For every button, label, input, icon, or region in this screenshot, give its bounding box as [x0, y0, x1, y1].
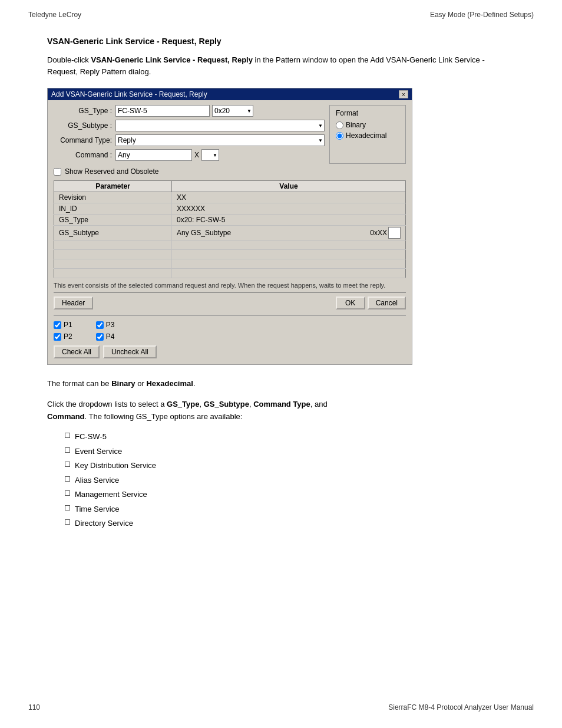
bullet-item-5: Time Service: [65, 503, 515, 515]
header-button-wrapper: Header: [54, 297, 93, 309]
binary-radio[interactable]: [336, 121, 343, 129]
hexadecimal-radio-row: Hexadecimal: [336, 131, 399, 140]
bullet-text-2: Key Distribution Service: [75, 460, 156, 472]
dialog-close-button[interactable]: ×: [399, 90, 408, 98]
section-title: VSAN-Generic Link Service - Request, Rep…: [47, 37, 515, 46]
value-cell-0: XX: [172, 192, 406, 203]
page-header: Teledyne LeCroy Easy Mode (Pre-Defined S…: [0, 0, 562, 19]
port-p3-checkbox[interactable]: [96, 321, 104, 329]
empty-row: [54, 250, 406, 259]
check-all-button[interactable]: Check All: [54, 345, 100, 358]
value-cell-2: 0x20: FC-SW-5: [172, 215, 406, 226]
param-col-header: Parameter: [54, 181, 172, 192]
ok-button[interactable]: OK: [336, 297, 365, 309]
footer-page-number: 110: [28, 703, 40, 711]
command-select-wrapper: [201, 149, 219, 161]
port-p1-checkbox[interactable]: [54, 321, 61, 329]
page-footer: 110 SierraFC M8-4 Protocol Analyzer User…: [0, 697, 562, 717]
command-input: X: [115, 149, 325, 161]
binary-label: Binary: [346, 121, 366, 129]
value-cell-1: XXXXXX: [172, 203, 406, 215]
gs-subtype-select[interactable]: [115, 120, 325, 131]
dialog-ports: P1 P3 P2 P4: [54, 315, 406, 358]
dialog-titlebar: Add VSAN-Generic Link Service - Request,…: [48, 88, 412, 100]
bullet-text-6: Directory Service: [75, 518, 133, 529]
footer-product-name: SierraFC M8-4 Protocol Analyzer User Man…: [388, 703, 534, 711]
command-type-select[interactable]: Reply: [115, 134, 325, 146]
command-label: Command :: [54, 151, 115, 159]
bullet-item-1: Event Service: [65, 446, 515, 457]
empty-row: [54, 269, 406, 278]
bullet-icon-3: [65, 476, 70, 482]
uncheck-all-button[interactable]: Uncheck All: [103, 345, 157, 358]
hexadecimal-radio[interactable]: [336, 132, 343, 140]
bullet-text-5: Time Service: [75, 503, 119, 515]
format-box: Format Binary Hexadecimal: [329, 105, 406, 164]
bullet-icon-2: [65, 462, 70, 467]
gs-type-label: GS_Type :: [54, 107, 115, 115]
gs-type-hex-select-wrapper: 0x20: [212, 105, 253, 117]
show-reserved-row: Show Reserved and Obsolete: [54, 167, 406, 176]
cancel-button[interactable]: Cancel: [368, 297, 406, 309]
bullet-item-3: Alias Service: [65, 475, 515, 486]
gs-subtype-value-select[interactable]: [388, 227, 401, 239]
bullet-icon-1: [65, 447, 70, 453]
header-button[interactable]: Header: [54, 297, 93, 309]
param-cell-3: GS_Subtype: [54, 226, 172, 241]
command-select[interactable]: [201, 149, 219, 161]
port-p3-label: P3: [106, 321, 115, 329]
command-type-label: Command Type:: [54, 136, 115, 144]
header-right: Easy Mode (Pre-Defined Setups): [430, 11, 534, 19]
page-content: VSAN-Generic Link Service - Request, Rep…: [0, 19, 562, 555]
command-field[interactable]: [115, 149, 192, 161]
port-row-1: P1 P3: [54, 321, 406, 329]
gs-type-row: GS_Type : 0x20: [54, 105, 325, 117]
gs-subtype-select-wrapper: [115, 120, 325, 131]
binary-radio-row: Binary: [336, 121, 399, 129]
command-type-row: Command Type: Reply: [54, 134, 325, 146]
param-cell-2: GS_Type: [54, 215, 172, 226]
gs-subtype-input: [115, 120, 325, 131]
dialog-fields: GS_Type : 0x20 GS_Subtype :: [54, 105, 325, 164]
bullet-text-0: FC-SW-5: [75, 431, 107, 443]
param-cell-0: Revision: [54, 192, 172, 203]
value-cell-3: Any GS_Subtype0xXX: [172, 226, 406, 241]
empty-row: [54, 241, 406, 250]
port-p2-checkbox[interactable]: [54, 333, 61, 341]
gs-type-field[interactable]: [115, 105, 210, 117]
port-p1-label: P1: [64, 321, 72, 329]
command-type-input: Reply: [115, 134, 325, 146]
gs-subtype-row: GS_Subtype :: [54, 120, 325, 131]
dialog-body: GS_Type : 0x20 GS_Subtype :: [48, 100, 412, 364]
hexadecimal-label: Hexadecimal: [346, 131, 386, 140]
port-p4-label: P4: [106, 332, 115, 341]
port-p4-checkbox[interactable]: [96, 333, 104, 341]
show-reserved-checkbox[interactable]: [54, 168, 61, 176]
port-p2-label: P2: [64, 332, 72, 341]
bullet-icon-5: [65, 505, 70, 510]
gs-type-hex-select[interactable]: 0x20: [212, 105, 253, 117]
bullet-icon-6: [65, 519, 70, 525]
command-row: Command : X: [54, 149, 325, 161]
bullet-icon-0: [65, 433, 70, 438]
bullet-text-3: Alias Service: [75, 475, 119, 486]
parameter-table: Parameter Value RevisionXXIN_IDXXXXXXGS_…: [54, 180, 406, 278]
bullet-text-1: Event Service: [75, 446, 122, 457]
gs-subtype-label: GS_Subtype :: [54, 121, 115, 130]
port-p2-item: P2: [54, 332, 72, 341]
bullet-list: FC-SW-5Event ServiceKey Distribution Ser…: [65, 431, 515, 529]
gs-type-input: 0x20: [115, 105, 325, 117]
dialog-top-row: GS_Type : 0x20 GS_Subtype :: [54, 105, 406, 164]
command-suffix: X: [194, 151, 199, 159]
dialog-title: Add VSAN-Generic Link Service - Request,…: [51, 90, 207, 98]
bullet-item-2: Key Distribution Service: [65, 460, 515, 472]
param-cell-1: IN_ID: [54, 203, 172, 215]
port-p4-item: P4: [96, 332, 115, 341]
bullet-item-0: FC-SW-5: [65, 431, 515, 443]
bullet-text-4: Management Service: [75, 489, 147, 500]
port-p1-item: P1: [54, 321, 72, 329]
format-title: Format: [336, 109, 399, 117]
value-col-header: Value: [172, 181, 406, 192]
port-p3-item: P3: [96, 321, 115, 329]
body-text-1: The format can be Binary or Hexadecimal.: [47, 378, 515, 390]
